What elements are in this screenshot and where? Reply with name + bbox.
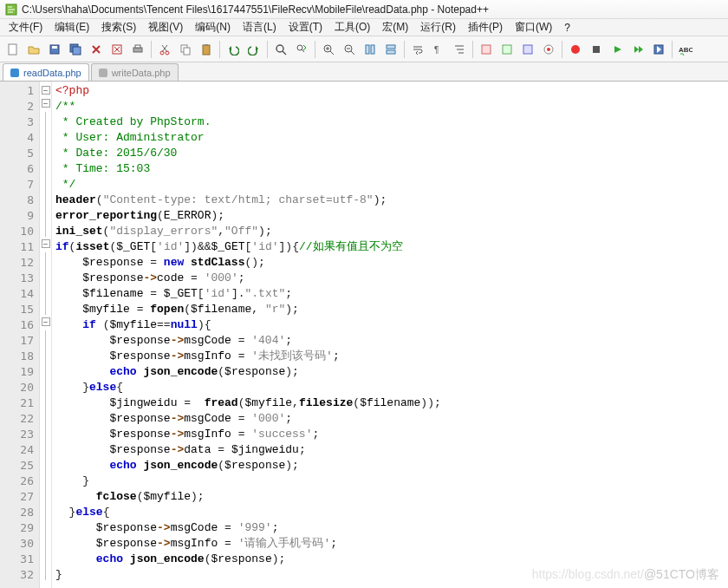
editor[interactable]: 1234 5678 9101112 13141516 17181920 2122…	[0, 82, 728, 588]
svg-rect-1	[9, 44, 16, 55]
toolbar-separator	[219, 41, 220, 58]
find-button[interactable]	[271, 40, 290, 59]
svg-point-28	[547, 48, 550, 51]
svg-rect-19	[366, 45, 369, 54]
tab-label: readData.php	[23, 68, 81, 78]
svg-rect-12	[184, 48, 190, 55]
macro-play-multi-button[interactable]	[628, 40, 647, 59]
indent-guide-button[interactable]	[450, 40, 469, 59]
svg-rect-3	[52, 46, 57, 49]
tab-strip: readData.php writeData.php	[0, 62, 728, 82]
open-file-button[interactable]	[24, 40, 43, 59]
folder-panel-button[interactable]	[518, 40, 537, 59]
menu-help[interactable]: ?	[559, 20, 575, 36]
menubar: 文件(F) 编辑(E) 搜索(S) 视图(V) 编码(N) 语言(L) 设置(T…	[0, 19, 728, 36]
func-list-button[interactable]	[497, 40, 517, 59]
redo-button[interactable]	[244, 40, 263, 59]
fold-gutter[interactable]: −− − −	[40, 82, 52, 588]
replace-button[interactable]	[292, 40, 311, 59]
macro-record-button[interactable]	[566, 40, 585, 59]
macro-save-button[interactable]	[649, 40, 668, 59]
undo-button[interactable]	[224, 40, 243, 59]
toolbar-separator	[315, 41, 315, 58]
tab-readdata[interactable]: readData.php	[3, 63, 89, 81]
svg-rect-30	[593, 46, 600, 53]
toolbar: ¶ ABC	[0, 36, 728, 62]
save-button[interactable]	[45, 40, 64, 59]
close-button[interactable]	[87, 40, 106, 59]
svg-text:¶: ¶	[434, 45, 439, 55]
doc-map-button[interactable]	[477, 40, 496, 59]
svg-rect-7	[133, 48, 142, 52]
toolbar-separator	[562, 41, 562, 58]
toolbar-separator	[404, 41, 405, 58]
svg-rect-5	[73, 47, 81, 55]
wordwrap-button[interactable]	[408, 40, 427, 59]
menu-edit[interactable]: 编辑(E)	[49, 18, 94, 36]
paste-button[interactable]	[197, 40, 216, 59]
toolbar-separator	[151, 41, 152, 58]
menu-search[interactable]: 搜索(S)	[96, 18, 141, 36]
close-all-button[interactable]	[107, 40, 127, 59]
save-all-button[interactable]	[66, 40, 85, 59]
toolbar-separator	[267, 41, 268, 58]
svg-rect-22	[387, 50, 395, 54]
show-all-chars-button[interactable]: ¶	[429, 40, 448, 59]
svg-rect-8	[135, 45, 140, 48]
menu-tools[interactable]: 工具(O)	[329, 18, 375, 36]
toolbar-separator	[472, 41, 473, 58]
svg-rect-25	[503, 45, 511, 54]
menu-language[interactable]: 语言(L)	[237, 18, 282, 36]
zoom-out-button[interactable]	[340, 40, 359, 59]
menu-encoding[interactable]: 编码(N)	[190, 18, 236, 36]
zoom-in-button[interactable]	[319, 40, 338, 59]
code-area[interactable]: <?php /** * Created by PhpStorm. * User:…	[52, 82, 728, 588]
toolbar-separator	[672, 41, 673, 58]
sync-vscroll-button[interactable]	[361, 40, 380, 59]
tab-writedata[interactable]: writeData.php	[91, 63, 179, 81]
monitoring-button[interactable]	[539, 40, 558, 59]
copy-button[interactable]	[176, 40, 195, 59]
tab-label: writeData.php	[112, 68, 171, 78]
menu-run[interactable]: 运行(R)	[415, 18, 461, 36]
menu-settings[interactable]: 设置(T)	[283, 18, 328, 36]
svg-point-29	[571, 45, 580, 54]
svg-rect-14	[205, 44, 208, 46]
app-icon	[5, 3, 17, 16]
cut-button[interactable]	[155, 40, 174, 59]
menu-macro[interactable]: 宏(M)	[377, 18, 413, 36]
svg-rect-20	[371, 45, 374, 54]
svg-rect-13	[203, 45, 210, 55]
macro-stop-button[interactable]	[587, 40, 606, 59]
menu-file[interactable]: 文件(F)	[3, 18, 48, 36]
sync-hscroll-button[interactable]	[381, 40, 400, 59]
window-title: C:\Users\haha\Documents\Tencent Files\16…	[22, 3, 489, 16]
svg-rect-21	[387, 45, 395, 49]
svg-rect-24	[482, 45, 491, 54]
line-number-gutter: 1234 5678 9101112 13141516 17181920 2122…	[0, 82, 40, 588]
menu-plugins[interactable]: 插件(P)	[463, 18, 508, 36]
macro-play-button[interactable]	[608, 40, 627, 59]
print-button[interactable]	[128, 40, 147, 59]
tab-modified-icon	[10, 69, 19, 77]
titlebar: C:\Users\haha\Documents\Tencent Files\16…	[0, 0, 728, 19]
menu-window[interactable]: 窗口(W)	[510, 18, 557, 36]
svg-rect-26	[523, 45, 532, 54]
spellcheck-button[interactable]: ABC	[676, 40, 695, 59]
new-file-button[interactable]	[3, 40, 23, 59]
tab-modified-icon	[99, 69, 107, 77]
menu-view[interactable]: 视图(V)	[143, 18, 188, 36]
svg-point-15	[276, 45, 283, 52]
svg-text:ABC: ABC	[679, 46, 692, 54]
